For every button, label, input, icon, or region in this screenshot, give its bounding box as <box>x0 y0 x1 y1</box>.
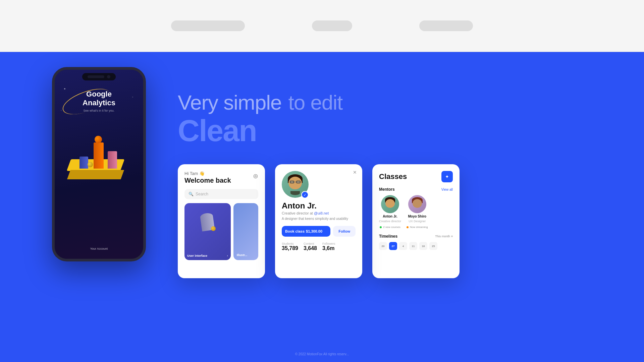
glass-bridge <box>295 182 296 182</box>
phone-screen: Google Analytics See what's in it for yo… <box>55 70 143 259</box>
card-profile: ✕ <box>275 164 362 278</box>
filter-arrow: ≡ <box>451 235 453 238</box>
search-bar[interactable]: 🔍 Search <box>184 189 258 199</box>
card-welcome-title: Welcome back <box>184 177 258 184</box>
mentor-1-name: Anton Jr. <box>383 215 397 218</box>
cal-day-11: 11 <box>409 242 417 250</box>
classes-header: Classes ✦ <box>379 171 453 182</box>
top-bar <box>171 20 473 31</box>
avatar-wrapper: ✓ <box>282 171 309 198</box>
tile-blue-label: Illustr... <box>233 203 258 260</box>
mentor-2-badge: Now streaming <box>407 226 428 229</box>
stat-followers: Followers 3,6m <box>322 242 335 251</box>
tile-purple: User interface › <box>184 203 231 260</box>
search-placeholder: Search <box>196 192 208 196</box>
profile-role: Creative director at @ui8.net <box>282 211 356 215</box>
timelines-filter[interactable]: This month ≡ <box>435 235 453 238</box>
class-price: $1,300.00 <box>306 229 322 233</box>
mini-ball <box>211 226 216 231</box>
mentor-2-avatar <box>408 195 426 213</box>
copyright-text: © 2022 MotionFox All rights reserv... <box>295 352 349 356</box>
cal-day-4: 4 <box>399 242 407 250</box>
close-button[interactable]: ✕ <box>353 170 357 175</box>
timelines-header: Timelines This month ≡ <box>379 234 453 239</box>
classes-title: Classes <box>379 172 407 181</box>
classes-icon: ✦ <box>441 171 453 182</box>
stat-students: Students 35,789 <box>282 242 298 251</box>
deco-dot-1 <box>64 88 65 89</box>
glass-right <box>296 181 301 183</box>
mentor-1-role: Creative director <box>379 220 401 223</box>
phone-notch <box>82 73 116 80</box>
mentors-row: Anton Jr. Creative director 2 new course… <box>379 195 453 229</box>
tile-bottom: User interface › <box>187 254 228 257</box>
profile-stats: Students 35,789 Content 3,648 Followers … <box>282 242 356 251</box>
mentor-1-figure <box>382 196 398 212</box>
phone-mockup: Google Analytics See what's in it for yo… <box>52 67 146 261</box>
phone-notch-dot <box>107 75 110 78</box>
card-welcome: Hi Tam 👋 Welcome back ◎ 🔍 Search <box>178 164 265 278</box>
main-section: Google Analytics See what's in it for yo… <box>0 52 644 362</box>
mentor-1: Anton Jr. Creative director 2 new course… <box>379 195 401 229</box>
stat-content-label: Content <box>304 242 317 245</box>
view-all-link[interactable]: View all <box>441 188 453 191</box>
avatar-area: ✓ <box>282 171 356 198</box>
mentor-2-badge-text: Now streaming <box>410 226 428 229</box>
image-tiles: User interface › Illustr... <box>184 203 258 260</box>
mentor-2-role: UX Designer <box>409 220 426 223</box>
avatar-beard <box>290 191 300 195</box>
phone-frame: Google Analytics See what's in it for yo… <box>52 67 146 261</box>
top-pill-1 <box>171 20 245 31</box>
tile-label-1: User interface <box>187 254 207 257</box>
cal-day-25: 25 <box>429 242 437 250</box>
glass-left <box>290 181 294 183</box>
profile-desc: A designer that keens simplicity and usa… <box>282 217 356 221</box>
tile-blue: Illustr... <box>233 203 258 260</box>
profile-actions: Book class $1,300.00 Follow <box>282 226 356 237</box>
bar-blue <box>79 157 88 169</box>
platform-side <box>67 170 124 179</box>
tile-arrow: › <box>227 254 228 257</box>
text-to-edit: to edit <box>288 92 342 113</box>
profile-name: Anton Jr. <box>282 201 356 210</box>
mentor-2-name: Moyo Shiro <box>408 215 426 218</box>
cal-day-20: 20 <box>379 242 387 250</box>
stat-followers-value: 3,6m <box>322 245 335 251</box>
top-pill-2 <box>312 20 352 31</box>
text-line-1: Very simple to edit <box>178 92 342 113</box>
stat-students-value: 35,789 <box>282 245 298 251</box>
profile-handle: @ui8.net <box>314 211 329 215</box>
card-greeting: Hi Tam 👋 <box>184 171 258 176</box>
card-classes: Classes ✦ Mentors View all Anton Jr. <box>372 164 460 278</box>
deco-dot-2 <box>132 97 133 98</box>
cal-day-27[interactable]: 27 <box>389 242 397 250</box>
text-very-simple: Very simple <box>178 92 281 113</box>
timelines-calendar: 20 27 4 11 18 25 <box>379 242 453 250</box>
deco-dot-3 <box>61 110 62 111</box>
stat-content-value: 3,648 <box>304 245 317 251</box>
book-class-button[interactable]: Book class $1,300.00 <box>282 226 330 237</box>
eye-icon[interactable]: ◎ <box>252 172 260 180</box>
stat-followers-label: Followers <box>322 242 335 245</box>
ball-yellow <box>88 162 93 167</box>
bar-pink <box>108 151 117 169</box>
timelines-title: Timelines <box>379 234 397 239</box>
cal-day-18: 18 <box>419 242 427 250</box>
mentor-1-avatar <box>381 195 399 213</box>
follow-button[interactable]: Follow <box>333 226 356 237</box>
search-icon: 🔍 <box>189 192 194 196</box>
stat-content: Content 3,648 <box>304 242 317 251</box>
mentor-2-figure <box>410 196 425 212</box>
mentors-section-header: Mentors View all <box>379 187 453 192</box>
badge-dot-green <box>380 226 382 228</box>
phone-chart <box>62 119 136 193</box>
hero-text-area: Very simple to edit Clean <box>178 92 342 146</box>
verified-badge: ✓ <box>301 191 309 198</box>
ball-orange <box>95 136 102 143</box>
bar-orange <box>94 142 104 169</box>
mentor-2: Moyo Shiro UX Designer Now streaming <box>407 195 428 229</box>
timelines-section: Timelines This month ≡ 20 27 4 11 18 25 <box>379 234 453 250</box>
mini-3d-purple <box>191 208 224 238</box>
avatar-glasses <box>290 181 301 183</box>
mentor-1-badge-text: 2 new courses <box>383 226 400 229</box>
